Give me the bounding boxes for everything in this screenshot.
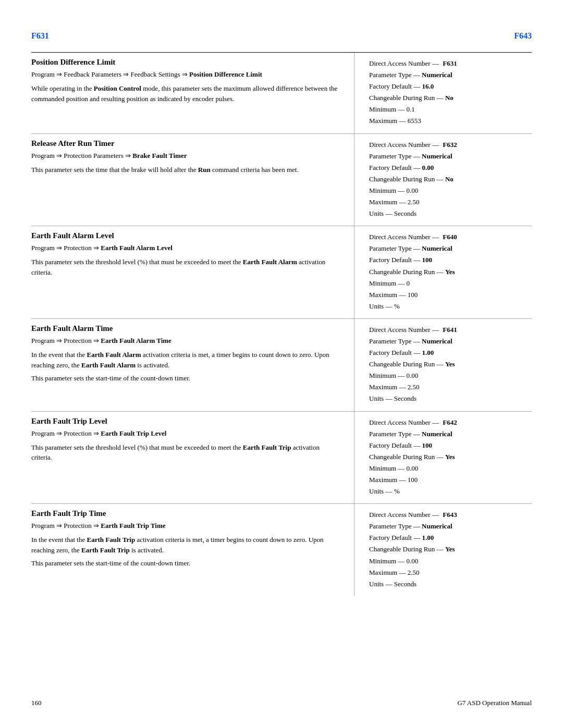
param-value: 0.00 — [422, 164, 434, 171]
param-row: Units — Seconds — [369, 578, 532, 590]
param-value: 1.00 — [422, 349, 434, 356]
param-value: % — [394, 487, 400, 495]
param-label: Minimum — — [369, 187, 407, 194]
breadcrumb: Program ⇒ Protection ⇒ Earth Fault Alarm… — [31, 243, 338, 253]
section-earth-fault-alarm-level: Earth Fault Alarm LevelProgram ⇒ Protect… — [31, 226, 532, 319]
access-number-row: Direct Access Number — F641 — [369, 324, 532, 336]
param-label: Changeable During Run — — [369, 94, 445, 102]
access-number: F640 — [443, 233, 457, 241]
param-row: Factory Default — 0.00 — [369, 162, 532, 174]
param-label: Factory Default — — [369, 349, 422, 356]
param-label: Maximum — — [369, 569, 408, 576]
param-label: Maximum — — [369, 383, 408, 391]
description: In the event that the Earth Fault Trip a… — [31, 535, 338, 555]
page-number: 160 — [31, 699, 42, 707]
param-label: Minimum — — [369, 105, 407, 113]
param-row: Minimum — 0.00 — [369, 463, 532, 474]
param-value: Numerical — [422, 337, 452, 345]
param-row: Factory Default — 100 — [369, 254, 532, 266]
page-header: F631 F643 — [31, 31, 532, 43]
param-label: Parameter Type — — [369, 522, 422, 530]
col-left-earth-fault-alarm-time: Earth Fault Alarm TimeProgram ⇒ Protecti… — [31, 319, 354, 411]
param-value: 0 — [407, 279, 410, 287]
param-row: Changeable During Run — Yes — [369, 451, 532, 463]
section-title: Release After Run Timer — [31, 139, 338, 148]
param-value: Seconds — [394, 394, 417, 402]
access-number-row: Direct Access Number — F642 — [369, 417, 532, 428]
param-label: Maximum — — [369, 476, 408, 484]
param-label: Parameter Type — — [369, 152, 422, 160]
col-left-release-after-run-timer: Release After Run TimerProgram ⇒ Protect… — [31, 134, 354, 226]
param-value: 100 — [422, 256, 432, 264]
param-label: Factory Default — — [369, 256, 422, 264]
param-label: Changeable During Run — — [369, 360, 445, 368]
param-value: Seconds — [394, 580, 417, 588]
description: While operating in the Position Control … — [31, 83, 338, 104]
col-right-earth-fault-trip-level: Direct Access Number — F642Parameter Typ… — [354, 412, 532, 504]
param-value: % — [394, 302, 400, 310]
sections-container: Position Difference LimitProgram ⇒ Feedb… — [31, 53, 532, 596]
param-row: Maximum — 2.50 — [369, 196, 532, 208]
description: This parameter sets the time that the br… — [31, 165, 338, 175]
param-row: Changeable During Run — Yes — [369, 359, 532, 370]
section-earth-fault-trip-level: Earth Fault Trip LevelProgram ⇒ Protecti… — [31, 412, 532, 504]
param-row: Factory Default — 1.00 — [369, 347, 532, 359]
param-row: Maximum — 2.50 — [369, 381, 532, 393]
access-label: Direct Access Number — — [369, 418, 440, 426]
param-label: Parameter Type — — [369, 244, 422, 252]
param-label: Units — — [369, 394, 394, 402]
param-label: Units — — [369, 302, 394, 310]
param-row: Factory Default — 16.0 — [369, 81, 532, 92]
access-number: F643 — [443, 511, 457, 519]
param-label: Minimum — — [369, 372, 407, 379]
param-value: 100 — [422, 441, 432, 449]
access-number: F632 — [443, 141, 457, 149]
param-value: 2.50 — [408, 383, 420, 391]
param-label: Factory Default — — [369, 82, 422, 90]
param-value: 0.00 — [407, 557, 419, 565]
access-label: Direct Access Number — — [369, 59, 440, 67]
param-label: Factory Default — — [369, 441, 422, 449]
param-value: Yes — [445, 453, 455, 461]
access-number: F642 — [443, 418, 457, 426]
param-label: Maximum — — [369, 117, 408, 125]
param-label: Changeable During Run — — [369, 175, 445, 183]
param-row: Units — % — [369, 301, 532, 312]
breadcrumb: Program ⇒ Protection ⇒ Earth Fault Trip … — [31, 521, 338, 530]
param-value: 100 — [408, 476, 418, 484]
param-row: Factory Default — 100 — [369, 440, 532, 451]
param-label: Factory Default — — [369, 534, 422, 541]
description: This parameter sets the threshold level … — [31, 257, 338, 277]
page: F631 F643 Position Difference LimitProgr… — [0, 0, 563, 728]
col-right-earth-fault-trip-time: Direct Access Number — F643Parameter Typ… — [354, 504, 532, 596]
param-row: Minimum — 0.1 — [369, 104, 532, 115]
param-label: Minimum — — [369, 557, 407, 565]
col-right-position-difference-limit: Direct Access Number — F631Parameter Typ… — [354, 53, 532, 133]
section-title: Earth Fault Alarm Level — [31, 231, 338, 240]
access-label: Direct Access Number — — [369, 511, 440, 519]
param-label: Changeable During Run — — [369, 545, 445, 553]
param-value: Numerical — [422, 522, 452, 530]
param-value: No — [445, 175, 454, 183]
param-value: Numerical — [422, 244, 452, 252]
param-row: Maximum — 2.50 — [369, 567, 532, 578]
access-number: F641 — [443, 326, 457, 334]
param-value: Yes — [445, 360, 455, 368]
param-label: Changeable During Run — — [369, 268, 445, 276]
param-row: Minimum — 0 — [369, 278, 532, 289]
breadcrumb: Program ⇒ Protection ⇒ Earth Fault Alarm… — [31, 336, 338, 346]
param-value: 100 — [408, 291, 418, 299]
param-value: 0.00 — [407, 464, 419, 472]
param-label: Maximum — — [369, 198, 408, 206]
param-label: Units — — [369, 209, 394, 217]
param-label: Parameter Type — — [369, 71, 422, 79]
col-right-earth-fault-alarm-level: Direct Access Number — F640Parameter Typ… — [354, 226, 532, 318]
param-value: 2.50 — [408, 198, 420, 206]
param-row: Changeable During Run — Yes — [369, 544, 532, 555]
manual-title: G7 ASD Operation Manual — [457, 699, 532, 707]
col-left-earth-fault-trip-time: Earth Fault Trip TimeProgram ⇒ Protectio… — [31, 504, 354, 596]
param-label: Units — — [369, 487, 394, 495]
access-label: Direct Access Number — — [369, 326, 440, 334]
param-row: Factory Default — 1.00 — [369, 532, 532, 544]
param-row: Maximum — 100 — [369, 289, 532, 301]
